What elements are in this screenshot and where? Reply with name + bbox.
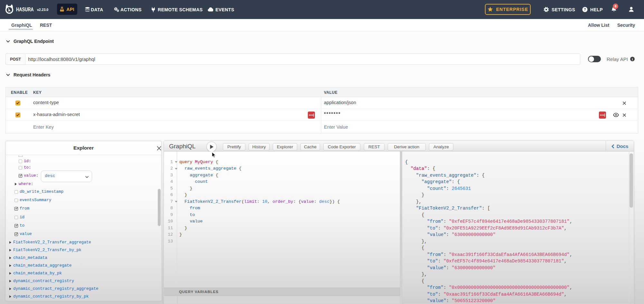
svg-text:?: ? — [584, 7, 586, 11]
